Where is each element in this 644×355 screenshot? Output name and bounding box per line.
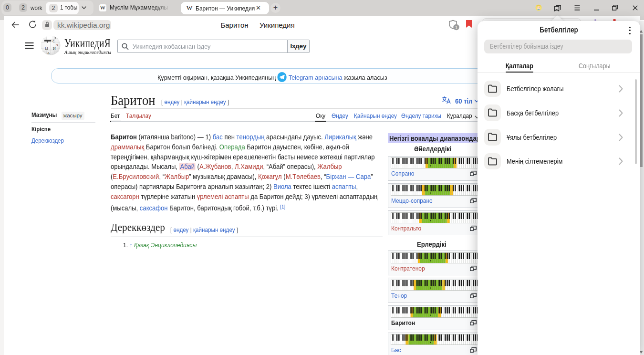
svg-text:Ω: Ω xyxy=(45,46,48,51)
svg-text:И: И xyxy=(53,46,56,51)
svg-text:1: 1 xyxy=(455,25,457,30)
svg-text:ч: ч xyxy=(56,43,58,47)
svg-text:А: А xyxy=(47,51,50,55)
